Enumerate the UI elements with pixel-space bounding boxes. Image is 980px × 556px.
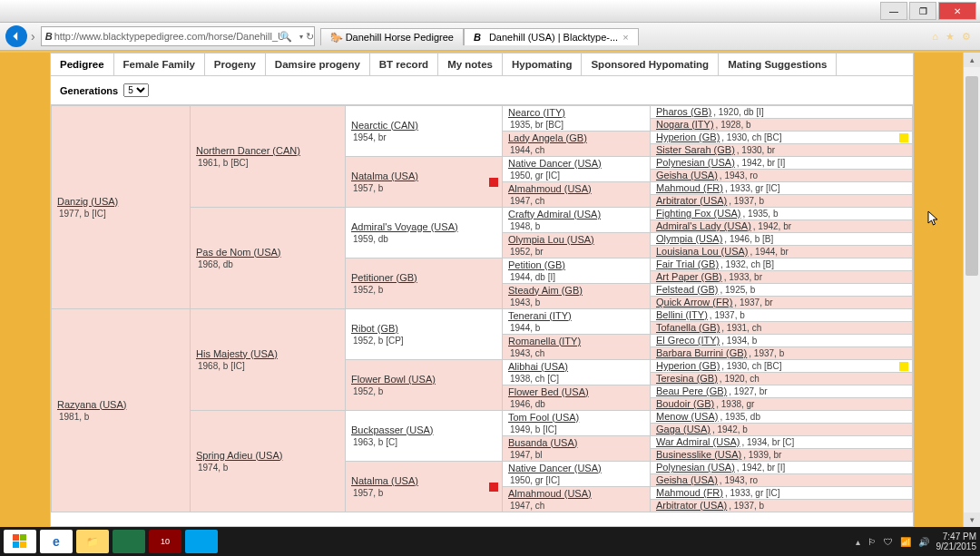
horse-link[interactable]: Businesslike (USA)	[656, 449, 741, 460]
horse-link[interactable]: Menow (USA)	[656, 411, 718, 422]
horse-entry[interactable]: Razyana (USA)1981, b	[57, 399, 184, 423]
horse-entry[interactable]: Menow (USA), 1935, db	[656, 411, 906, 423]
horse-entry[interactable]: Danzig (USA)1977, b [IC]	[57, 196, 184, 219]
url-dropdown-icon[interactable]: ▾	[299, 33, 303, 41]
horse-link[interactable]: Natalma (USA)	[351, 475, 418, 486]
horse-link[interactable]: Sister Sarah (GB)	[656, 144, 735, 155]
back-button[interactable]	[5, 25, 27, 47]
browser-tab[interactable]: 🐎 Danehill Horse Pedigree	[320, 28, 464, 45]
page-tab[interactable]: My notes	[438, 54, 503, 75]
horse-entry[interactable]: Northern Dancer (CAN)1961, b [BC]	[196, 145, 339, 169]
horse-link[interactable]: Louisiana Lou (USA)	[656, 246, 749, 257]
horse-entry[interactable]: Lady Angela (GB)1944, ch	[508, 132, 644, 156]
horse-link[interactable]: Gaga (USA)	[656, 424, 710, 434]
horse-link[interactable]: Fair Trial (GB)	[656, 258, 719, 269]
horse-entry[interactable]: Quick Arrow (FR), 1937, br	[656, 297, 906, 308]
horse-link[interactable]: Tenerani (ITY)	[508, 310, 572, 321]
home-icon[interactable]: ⌂	[932, 31, 938, 43]
horse-link[interactable]: Boudoir (GB)	[656, 398, 714, 409]
close-button[interactable]: ✕	[938, 2, 976, 20]
shield-icon[interactable]: 🛡	[884, 537, 893, 547]
horse-link[interactable]: Busanda (USA)	[508, 437, 577, 448]
page-tab[interactable]: Sponsored Hypomating	[582, 54, 719, 75]
vertical-scrollbar[interactable]: ▴ ▾	[963, 53, 980, 527]
horse-entry[interactable]: Nearco (ITY)1935, br [BC]	[508, 107, 644, 131]
horse-link[interactable]: Natalma (USA)	[351, 171, 418, 181]
horse-link[interactable]: Steady Aim (GB)	[508, 285, 583, 296]
horse-entry[interactable]: Pharos (GB), 1920, db [I]	[656, 106, 906, 118]
horse-link[interactable]: Hyperion (GB)	[656, 360, 720, 371]
settings-icon[interactable]: ⚙	[962, 31, 971, 43]
scroll-down-icon[interactable]: ▾	[964, 512, 980, 527]
horse-link[interactable]: Lady Angela (GB)	[508, 132, 587, 143]
scroll-thumb[interactable]	[965, 76, 978, 276]
maximize-button[interactable]: ❐	[909, 2, 936, 20]
horse-entry[interactable]: Geisha (USA), 1943, ro	[656, 170, 906, 181]
scroll-up-icon[interactable]: ▴	[964, 53, 980, 67]
horse-link[interactable]: His Majesty (USA)	[196, 348, 278, 359]
horse-link[interactable]: Beau Pere (GB)	[656, 385, 727, 396]
horse-link[interactable]: Hyperion (GB)	[656, 132, 720, 142]
taskbar-explorer[interactable]: 📁	[76, 530, 109, 553]
horse-link[interactable]: Tofanella (GB)	[656, 322, 720, 333]
horse-link[interactable]: Pas de Nom (USA)	[196, 247, 281, 258]
page-tab[interactable]: Female Family	[114, 54, 205, 75]
horse-link[interactable]: Spring Adieu (USA)	[196, 450, 282, 461]
horse-entry[interactable]: Louisiana Lou (USA), 1944, br	[656, 246, 906, 258]
horse-entry[interactable]: Polynesian (USA), 1942, br [I]	[656, 462, 906, 473]
horse-link[interactable]: Tom Fool (USA)	[508, 412, 579, 423]
horse-link[interactable]: Art Paper (GB)	[656, 271, 722, 282]
horse-entry[interactable]: Barbara Burrini (GB), 1937, b	[656, 347, 906, 359]
horse-link[interactable]: Quick Arrow (FR)	[656, 297, 732, 307]
horse-entry[interactable]: El Greco (ITY), 1934, b	[656, 335, 906, 346]
horse-entry[interactable]: Almahmoud (USA)1947, ch	[508, 488, 644, 512]
horse-link[interactable]: War Admiral (USA)	[656, 436, 740, 447]
generations-select[interactable]: 5	[123, 83, 149, 97]
address-bar[interactable]: B http://www.blacktypepedigree.com/horse…	[41, 26, 315, 46]
volume-icon[interactable]: 🔊	[918, 537, 929, 547]
horse-link[interactable]: Nogara (ITY)	[656, 119, 714, 130]
horse-link[interactable]: Alibhai (USA)	[508, 361, 568, 372]
forward-button[interactable]: ›	[31, 29, 35, 44]
close-tab-icon[interactable]: ×	[622, 32, 628, 43]
horse-link[interactable]: Pharos (GB)	[656, 106, 711, 117]
horse-link[interactable]: El Greco (ITY)	[656, 335, 720, 346]
horse-link[interactable]: Nearco (ITY)	[508, 107, 565, 118]
horse-entry[interactable]: Beau Pere (GB), 1927, br	[656, 385, 906, 397]
horse-entry[interactable]: Romanella (ITY)1943, ch	[508, 336, 644, 359]
horse-entry[interactable]: Teresina (GB), 1920, ch	[656, 373, 906, 385]
horse-entry[interactable]: Arbitrator (USA), 1937, b	[656, 500, 906, 512]
horse-link[interactable]: Ribot (GB)	[351, 323, 398, 334]
horse-entry[interactable]: War Admiral (USA), 1934, br [C]	[656, 436, 906, 448]
horse-link[interactable]: Crafty Admiral (USA)	[508, 209, 601, 219]
network-icon[interactable]: 📶	[900, 537, 911, 547]
scroll-track[interactable]	[964, 67, 980, 512]
horse-entry[interactable]: Nogara (ITY), 1928, b	[656, 119, 906, 131]
horse-link[interactable]: Fighting Fox (USA)	[656, 208, 741, 219]
start-button[interactable]	[4, 530, 36, 553]
horse-entry[interactable]: Flower Bed (USA)1946, db	[508, 386, 644, 410]
horse-entry[interactable]: Tenerani (ITY)1944, b	[508, 310, 644, 334]
horse-entry[interactable]: Olympia Lou (USA)1952, br	[508, 234, 644, 258]
horse-entry[interactable]: Polynesian (USA), 1942, br [I]	[656, 157, 906, 169]
horse-entry[interactable]: Buckpasser (USA)1963, b [C]	[351, 424, 496, 448]
horse-entry[interactable]: Alibhai (USA)1938, ch [C]	[508, 361, 644, 385]
horse-entry[interactable]: Sister Sarah (GB), 1930, br	[656, 144, 906, 156]
horse-entry[interactable]: Ribot (GB)1952, b [CP]	[351, 323, 496, 346]
horse-entry[interactable]: Bellini (ITY), 1937, b	[656, 309, 906, 321]
horse-entry[interactable]: Natalma (USA)1957, b	[351, 475, 496, 499]
horse-link[interactable]: Bellini (ITY)	[656, 309, 708, 320]
horse-entry[interactable]: Boudoir (GB), 1938, gr	[656, 398, 906, 410]
horse-link[interactable]: Romanella (ITY)	[508, 336, 581, 346]
horse-link[interactable]: Mahmoud (FR)	[656, 487, 723, 498]
horse-entry[interactable]: Native Dancer (USA)1950, gr [IC]	[508, 158, 644, 181]
horse-entry[interactable]: Hyperion (GB), 1930, ch [BC]	[656, 360, 906, 372]
horse-link[interactable]: Northern Dancer (CAN)	[196, 145, 300, 156]
horse-entry[interactable]: Arbitrator (USA), 1937, b	[656, 195, 906, 207]
horse-link[interactable]: Almahmoud (USA)	[508, 183, 592, 194]
horse-link[interactable]: Olympia Lou (USA)	[508, 234, 594, 245]
page-tab[interactable]: Pedigree	[51, 54, 114, 75]
horse-entry[interactable]: Mahmoud (FR), 1933, gr [IC]	[656, 182, 906, 194]
horse-entry[interactable]: Tom Fool (USA)1949, b [IC]	[508, 412, 644, 435]
horse-link[interactable]: Arbitrator (USA)	[656, 500, 727, 511]
